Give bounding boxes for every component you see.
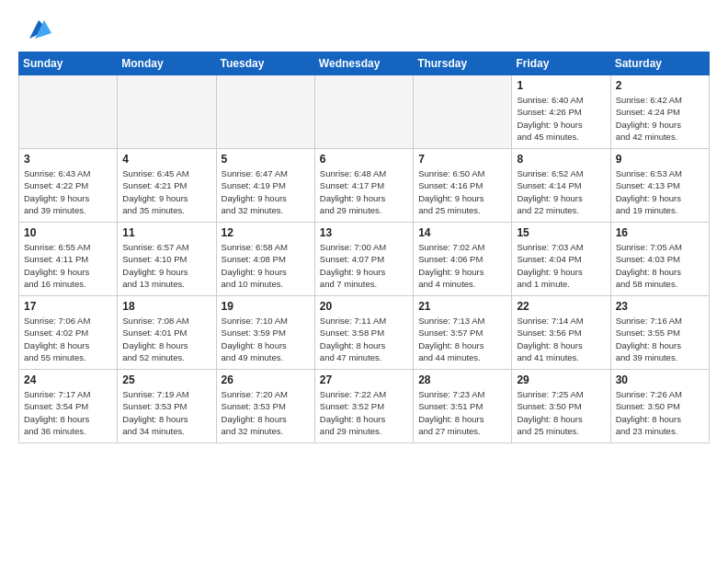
day-number: 29 — [517, 373, 605, 386]
day-number: 2 — [616, 79, 704, 92]
weekday-header-monday: Monday — [118, 52, 216, 75]
weekday-header-sunday: Sunday — [19, 52, 118, 75]
week-row-4: 17Sunrise: 7:06 AM Sunset: 4:02 PM Dayli… — [19, 296, 710, 370]
day-info: Sunrise: 6:58 AM Sunset: 4:08 PM Dayligh… — [222, 241, 310, 290]
day-info: Sunrise: 7:00 AM Sunset: 4:07 PM Dayligh… — [320, 241, 408, 290]
calendar-cell: 12Sunrise: 6:58 AM Sunset: 4:08 PM Dayli… — [216, 223, 314, 296]
calendar-cell: 9Sunrise: 6:53 AM Sunset: 4:13 PM Daylig… — [610, 149, 709, 223]
day-info: Sunrise: 7:02 AM Sunset: 4:06 PM Dayligh… — [418, 241, 506, 290]
calendar-table: SundayMondayTuesdayWednesdayThursdayFrid… — [18, 52, 710, 443]
day-number: 19 — [222, 300, 310, 313]
day-number: 17 — [24, 300, 112, 313]
day-number: 21 — [418, 300, 506, 313]
day-info: Sunrise: 7:22 AM Sunset: 3:52 PM Dayligh… — [320, 388, 408, 437]
day-info: Sunrise: 7:16 AM Sunset: 3:55 PM Dayligh… — [616, 315, 704, 363]
calendar-cell: 14Sunrise: 7:02 AM Sunset: 4:06 PM Dayli… — [414, 223, 512, 296]
calendar-cell: 8Sunrise: 6:52 AM Sunset: 4:14 PM Daylig… — [512, 149, 610, 223]
day-info: Sunrise: 6:45 AM Sunset: 4:21 PM Dayligh… — [122, 167, 210, 216]
day-info: Sunrise: 7:23 AM Sunset: 3:51 PM Dayligh… — [418, 388, 506, 437]
day-info: Sunrise: 6:50 AM Sunset: 4:16 PM Dayligh… — [418, 167, 506, 216]
day-info: Sunrise: 6:55 AM Sunset: 4:11 PM Dayligh… — [24, 241, 112, 290]
day-info: Sunrise: 6:43 AM Sunset: 4:22 PM Dayligh… — [24, 167, 112, 216]
day-info: Sunrise: 7:19 AM Sunset: 3:53 PM Dayligh… — [122, 388, 210, 437]
day-number: 7 — [418, 153, 506, 166]
week-row-3: 10Sunrise: 6:55 AM Sunset: 4:11 PM Dayli… — [19, 223, 710, 296]
calendar-cell: 29Sunrise: 7:25 AM Sunset: 3:50 PM Dayli… — [512, 370, 610, 443]
day-info: Sunrise: 7:10 AM Sunset: 3:59 PM Dayligh… — [222, 315, 310, 363]
calendar-cell: 6Sunrise: 6:48 AM Sunset: 4:17 PM Daylig… — [314, 149, 413, 223]
day-number: 1 — [517, 79, 605, 92]
day-info: Sunrise: 6:57 AM Sunset: 4:10 PM Dayligh… — [122, 241, 210, 290]
day-info: Sunrise: 6:40 AM Sunset: 4:26 PM Dayligh… — [517, 94, 605, 143]
day-number: 16 — [616, 226, 704, 239]
day-number: 14 — [418, 226, 506, 239]
calendar-cell: 4Sunrise: 6:45 AM Sunset: 4:21 PM Daylig… — [118, 149, 216, 223]
calendar-cell: 1Sunrise: 6:40 AM Sunset: 4:26 PM Daylig… — [512, 75, 610, 149]
day-info: Sunrise: 6:48 AM Sunset: 4:17 PM Dayligh… — [320, 167, 408, 216]
day-number: 24 — [24, 373, 112, 386]
calendar-cell: 5Sunrise: 6:47 AM Sunset: 4:19 PM Daylig… — [216, 149, 314, 223]
calendar-cell — [314, 75, 413, 149]
day-number: 27 — [320, 373, 408, 386]
calendar-cell: 28Sunrise: 7:23 AM Sunset: 3:51 PM Dayli… — [414, 370, 512, 443]
calendar-cell: 13Sunrise: 7:00 AM Sunset: 4:07 PM Dayli… — [314, 223, 413, 296]
calendar-cell: 20Sunrise: 7:11 AM Sunset: 3:58 PM Dayli… — [314, 296, 413, 370]
day-number: 12 — [222, 226, 310, 239]
calendar-cell: 24Sunrise: 7:17 AM Sunset: 3:54 PM Dayli… — [19, 370, 118, 443]
calendar-cell: 11Sunrise: 6:57 AM Sunset: 4:10 PM Dayli… — [118, 223, 216, 296]
day-number: 3 — [24, 153, 112, 166]
week-row-5: 24Sunrise: 7:17 AM Sunset: 3:54 PM Dayli… — [19, 370, 710, 443]
day-number: 11 — [122, 226, 210, 239]
calendar-cell: 3Sunrise: 6:43 AM Sunset: 4:22 PM Daylig… — [19, 149, 118, 223]
day-number: 13 — [320, 226, 408, 239]
day-number: 26 — [222, 373, 310, 386]
day-info: Sunrise: 7:26 AM Sunset: 3:50 PM Dayligh… — [616, 388, 704, 437]
calendar-cell: 30Sunrise: 7:26 AM Sunset: 3:50 PM Dayli… — [610, 370, 709, 443]
day-number: 28 — [418, 373, 506, 386]
day-info: Sunrise: 7:03 AM Sunset: 4:04 PM Dayligh… — [517, 241, 605, 290]
calendar-cell: 23Sunrise: 7:16 AM Sunset: 3:55 PM Dayli… — [610, 296, 709, 370]
day-number: 9 — [616, 153, 704, 166]
day-number: 15 — [517, 226, 605, 239]
calendar-cell: 18Sunrise: 7:08 AM Sunset: 4:01 PM Dayli… — [118, 296, 216, 370]
day-info: Sunrise: 6:52 AM Sunset: 4:14 PM Dayligh… — [517, 167, 605, 216]
calendar-cell: 16Sunrise: 7:05 AM Sunset: 4:03 PM Dayli… — [610, 223, 709, 296]
calendar-cell: 17Sunrise: 7:06 AM Sunset: 4:02 PM Dayli… — [19, 296, 118, 370]
logo — [18, 17, 51, 42]
day-number: 30 — [616, 373, 704, 386]
day-number: 6 — [320, 153, 408, 166]
logo-icon — [22, 17, 51, 42]
day-info: Sunrise: 7:06 AM Sunset: 4:02 PM Dayligh… — [24, 315, 112, 363]
week-row-2: 3Sunrise: 6:43 AM Sunset: 4:22 PM Daylig… — [19, 149, 710, 223]
day-info: Sunrise: 7:08 AM Sunset: 4:01 PM Dayligh… — [122, 315, 210, 363]
day-info: Sunrise: 6:47 AM Sunset: 4:19 PM Dayligh… — [222, 167, 310, 216]
header-row: SundayMondayTuesdayWednesdayThursdayFrid… — [19, 52, 710, 75]
weekday-header-friday: Friday — [512, 52, 610, 75]
day-info: Sunrise: 7:25 AM Sunset: 3:50 PM Dayligh… — [517, 388, 605, 437]
day-number: 23 — [616, 300, 704, 313]
calendar-cell: 26Sunrise: 7:20 AM Sunset: 3:53 PM Dayli… — [216, 370, 314, 443]
calendar-cell: 19Sunrise: 7:10 AM Sunset: 3:59 PM Dayli… — [216, 296, 314, 370]
day-number: 25 — [122, 373, 210, 386]
day-info: Sunrise: 6:42 AM Sunset: 4:24 PM Dayligh… — [616, 94, 704, 143]
day-number: 4 — [122, 153, 210, 166]
day-number: 8 — [517, 153, 605, 166]
day-info: Sunrise: 7:13 AM Sunset: 3:57 PM Dayligh… — [418, 315, 506, 363]
day-info: Sunrise: 6:53 AM Sunset: 4:13 PM Dayligh… — [616, 167, 704, 216]
weekday-header-tuesday: Tuesday — [216, 52, 314, 75]
day-number: 18 — [122, 300, 210, 313]
weekday-header-thursday: Thursday — [414, 52, 512, 75]
calendar-cell: 22Sunrise: 7:14 AM Sunset: 3:56 PM Dayli… — [512, 296, 610, 370]
calendar-cell — [118, 75, 216, 149]
calendar-cell: 15Sunrise: 7:03 AM Sunset: 4:04 PM Dayli… — [512, 223, 610, 296]
page: SundayMondayTuesdayWednesdayThursdayFrid… — [0, 0, 728, 453]
day-info: Sunrise: 7:20 AM Sunset: 3:53 PM Dayligh… — [222, 388, 310, 437]
calendar-cell: 27Sunrise: 7:22 AM Sunset: 3:52 PM Dayli… — [314, 370, 413, 443]
calendar-cell — [414, 75, 512, 149]
calendar-cell: 21Sunrise: 7:13 AM Sunset: 3:57 PM Dayli… — [414, 296, 512, 370]
calendar-cell: 7Sunrise: 6:50 AM Sunset: 4:16 PM Daylig… — [414, 149, 512, 223]
day-info: Sunrise: 7:05 AM Sunset: 4:03 PM Dayligh… — [616, 241, 704, 290]
day-info: Sunrise: 7:11 AM Sunset: 3:58 PM Dayligh… — [320, 315, 408, 363]
day-number: 22 — [517, 300, 605, 313]
day-info: Sunrise: 7:17 AM Sunset: 3:54 PM Dayligh… — [24, 388, 112, 437]
